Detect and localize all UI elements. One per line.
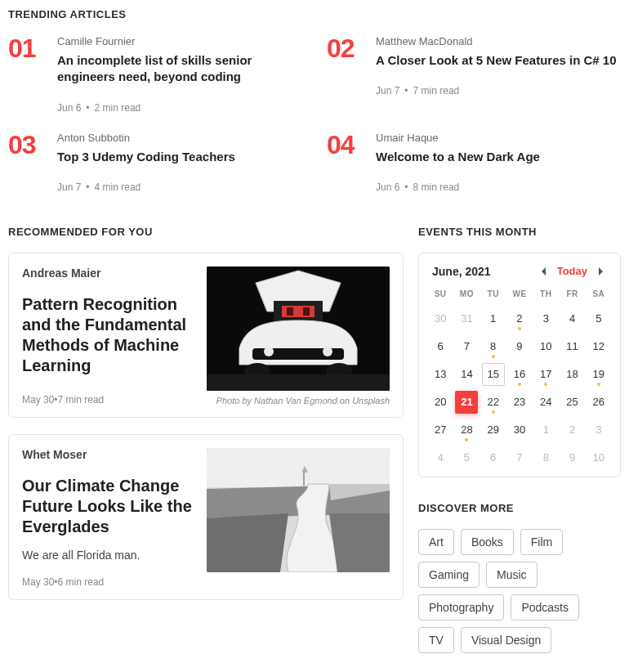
calendar-dow: MO (453, 286, 480, 305)
discover-tag[interactable]: Photography (418, 594, 504, 620)
svg-rect-13 (303, 473, 305, 486)
recommended-read: 6 min read (58, 576, 105, 588)
discover-tag[interactable]: Gaming (418, 562, 480, 588)
trending-item[interactable]: 02 Matthew MacDonald A Closer Look at 5 … (327, 35, 621, 114)
calendar-day[interactable]: 16 (506, 361, 533, 388)
trending-author: Matthew MacDonald (376, 35, 621, 47)
calendar-day[interactable]: 3 (586, 416, 612, 444)
calendar-day[interactable]: 3 (533, 305, 559, 333)
meta-dot: • (86, 181, 89, 193)
calendar-day[interactable]: 30 (427, 305, 453, 333)
trending-item[interactable]: 03 Anton Subbotin Top 3 Udemy Coding Tea… (8, 132, 302, 193)
calendar-day[interactable]: 28 (453, 416, 480, 444)
calendar-day[interactable]: 30 (506, 416, 533, 444)
recommended-date: May 30 (22, 394, 54, 405)
calendar-day[interactable]: 5 (453, 444, 480, 472)
calendar-day[interactable]: 21 (453, 388, 480, 416)
trending-author: Camille Fournier (57, 35, 302, 47)
discover-tag[interactable]: Music (486, 562, 538, 588)
recommended-card[interactable]: Whet Moser Our Climate Change Future Loo… (8, 434, 404, 600)
calendar-day[interactable]: 17 (533, 361, 559, 388)
trending-item[interactable]: 01 Camille Fournier An incomplete list o… (8, 35, 302, 114)
calendar-day[interactable]: 31 (453, 305, 480, 333)
calendar-grid: SUMOTUWETHFRSA30311234567891011121314151… (427, 286, 612, 472)
svg-rect-4 (303, 307, 310, 316)
calendar-day[interactable]: 12 (586, 333, 612, 361)
trending-date: Jun 7 (57, 181, 81, 193)
calendar-day[interactable]: 9 (506, 333, 533, 361)
calendar-day[interactable]: 4 (427, 444, 453, 472)
calendar-day[interactable]: 24 (533, 388, 559, 416)
calendar-day[interactable]: 19 (586, 361, 612, 388)
calendar-day[interactable]: 13 (427, 361, 453, 388)
calendar-day[interactable]: 22 (480, 388, 506, 416)
calendar-dow: SA (586, 286, 612, 305)
recommended-card[interactable]: Andreas Maier Pattern Recognition and th… (8, 253, 404, 418)
calendar-day[interactable]: 2 (559, 416, 585, 444)
discover-tag[interactable]: Books (461, 529, 514, 555)
trending-rank: 04 (327, 132, 364, 193)
recommended-meta: May 30•6 min read (22, 576, 195, 588)
trending-title: A Closer Look at 5 New Features in C# 10 (376, 52, 621, 69)
calendar-day[interactable]: 14 (453, 361, 480, 388)
calendar-today-button[interactable]: Today (557, 265, 587, 277)
calendar-month-title: June, 2021 (432, 265, 538, 278)
calendar-day[interactable]: 1 (533, 416, 559, 444)
calendar-day[interactable]: 23 (506, 388, 533, 416)
recommended-image (207, 267, 390, 391)
trending-meta: Jun 6•8 min read (376, 181, 621, 193)
discover-tag[interactable]: Art (418, 529, 454, 555)
calendar-day[interactable]: 15 (480, 361, 506, 388)
calendar-prev-icon[interactable] (538, 265, 551, 278)
calendar-day[interactable]: 1 (480, 305, 506, 333)
section-title-recommended: RECOMMENDED FOR YOU (8, 226, 404, 238)
trending-author: Umair Haque (376, 132, 621, 144)
trending-date: Jun 6 (376, 181, 399, 193)
calendar-day[interactable]: 29 (480, 416, 506, 444)
calendar-day[interactable]: 9 (559, 444, 585, 472)
trending-rank: 03 (8, 132, 46, 193)
calendar-next-icon[interactable] (594, 265, 607, 278)
trending-title: An incomplete list of skills senior engi… (57, 52, 302, 86)
trending-item[interactable]: 04 Umair Haque Welcome to a New Dark Age… (327, 132, 621, 193)
calendar-day[interactable]: 10 (586, 444, 612, 472)
svg-point-6 (264, 347, 274, 356)
discover-tag[interactable]: Film (520, 529, 563, 555)
calendar-day[interactable]: 8 (533, 444, 559, 472)
calendar-day[interactable]: 11 (559, 333, 585, 361)
calendar-day[interactable]: 6 (427, 333, 453, 361)
calendar-day[interactable]: 20 (427, 388, 453, 416)
car-engine-icon (207, 267, 390, 391)
calendar-dow: SU (427, 286, 453, 305)
trending-title: Top 3 Udemy Coding Teachers (57, 149, 302, 165)
calendar-day[interactable]: 26 (586, 388, 612, 416)
calendar-day[interactable]: 7 (506, 444, 533, 472)
calendar-day[interactable]: 4 (559, 305, 585, 333)
svg-point-7 (323, 347, 332, 356)
trending-title: Welcome to a New Dark Age (376, 149, 621, 165)
trending-read: 4 min read (95, 181, 141, 193)
recommended-subtitle: We are all Florida man. (22, 549, 195, 562)
calendar-day[interactable]: 18 (559, 361, 585, 388)
section-title-discover: DISCOVER MORE (418, 502, 621, 514)
calendar-day[interactable]: 5 (586, 305, 612, 333)
trending-read: 8 min read (413, 181, 460, 193)
discover-tag[interactable]: TV (418, 627, 454, 653)
trending-meta: Jun 7•7 min read (376, 85, 621, 96)
calendar-event-dot (492, 355, 495, 358)
trending-date: Jun 7 (376, 85, 399, 96)
discover-tag[interactable]: Visual Design (461, 627, 551, 653)
trending-date: Jun 6 (57, 102, 81, 114)
recommended-date: May 30 (22, 576, 54, 588)
calendar-day[interactable]: 10 (533, 333, 559, 361)
trending-meta: Jun 7•4 min read (57, 181, 302, 193)
calendar-day[interactable]: 8 (480, 333, 506, 361)
discover-tag[interactable]: Podcasts (511, 594, 579, 620)
discover-tags: ArtBooksFilmGamingMusicPhotographyPodcas… (418, 529, 621, 653)
calendar-day[interactable]: 2 (506, 305, 533, 333)
calendar-day[interactable]: 25 (559, 388, 585, 416)
trending-read: 2 min read (95, 102, 141, 114)
calendar-day[interactable]: 6 (480, 444, 506, 472)
calendar-day[interactable]: 27 (427, 416, 453, 444)
calendar-day[interactable]: 7 (453, 333, 480, 361)
